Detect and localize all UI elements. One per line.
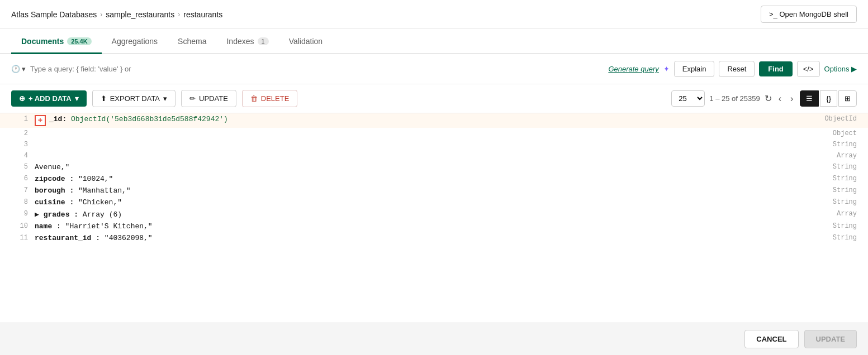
doc-row-10: 10 name : "Harriet'S Kitchen," String [0, 220, 868, 232]
doc-type-2: Object [833, 129, 857, 137]
doc-type-7: String [833, 186, 857, 194]
doc-type-10: String [833, 222, 857, 230]
line-num-7: 7 [11, 186, 28, 194]
json-view-button[interactable]: {} [820, 90, 837, 107]
line-num-2: 2 [11, 129, 28, 137]
explain-button[interactable]: Explain [674, 61, 715, 77]
export-data-label: EXPORT DATA [110, 94, 160, 103]
doc-row-7-content: borough : "Manhattan," [35, 186, 857, 195]
delete-button[interactable]: 🗑 DELETE [242, 90, 298, 107]
doc-value-5: Avenue," [35, 163, 69, 171]
generate-query-link[interactable]: Generate query [608, 65, 658, 73]
doc-row-8: 8 cuisine : "Chicken," String [0, 196, 868, 208]
breadcrumb-part2[interactable]: sample_restaurants [106, 10, 174, 19]
doc-row-6-content: zipcode : "10024," [35, 175, 857, 183]
doc-row-9-content: ▶ grades : Array (6) [35, 210, 857, 219]
tab-aggregations[interactable]: Aggregations [102, 29, 168, 54]
doc-value-zipcode: "10024," [78, 175, 113, 183]
doc-row-6: 6 zipcode : "10024," String [0, 173, 868, 185]
add-data-chevron: ▾ [75, 94, 79, 103]
doc-row-8-content: cuisine : "Chicken," [35, 198, 857, 207]
tab-indexes-label: Indexes [226, 37, 254, 46]
page-info: 1 – 25 of 25359 [709, 94, 760, 103]
doc-type-8: String [833, 198, 857, 206]
line-num-10: 10 [11, 222, 28, 230]
breadcrumb-bar: Atlas Sample Databases › sample_restaura… [0, 0, 868, 29]
query-input[interactable] [30, 65, 604, 73]
doc-key-borough: borough : [35, 186, 78, 195]
next-page-button[interactable]: › [788, 94, 795, 104]
add-data-label: + ADD DATA [29, 94, 72, 103]
doc-expand-grades: ▶ [35, 210, 44, 219]
prev-page-button[interactable]: ‹ [776, 94, 784, 104]
page-size-select[interactable]: 25 50 100 [671, 90, 705, 107]
doc-type-5: String [833, 163, 857, 171]
reset-button[interactable]: Reset [719, 61, 755, 77]
tab-validation[interactable]: Validation [279, 29, 333, 54]
tab-indexes[interactable]: Indexes 1 [216, 29, 278, 54]
pencil-icon: ✏ [189, 94, 196, 103]
line-num-3: 3 [11, 141, 28, 148]
export-data-button[interactable]: ⬆ EXPORT DATA ▾ [92, 90, 176, 107]
doc-key-id: _id: [49, 115, 71, 123]
toolbar-right: 25 50 100 1 – 25 of 25359 ↻ ‹ › ☰ {} ⊞ [671, 90, 857, 107]
doc-key-name: name : [35, 222, 65, 231]
export-chevron: ▾ [163, 94, 167, 103]
doc-row-11: 11 restaurant_id : "40362098," String [0, 232, 868, 244]
refresh-icon[interactable]: ↻ [765, 93, 772, 104]
update-button[interactable]: ✏ UPDATE [181, 90, 236, 107]
open-shell-button[interactable]: >_ Open MongoDB shell [761, 6, 857, 23]
breadcrumb-part3[interactable]: restaurants [183, 10, 222, 19]
doc-key-zipcode: zipcode : [35, 175, 78, 183]
line-num-5: 5 [11, 163, 28, 171]
line-num-8: 8 [11, 198, 28, 206]
doc-row-9: 9 ▶ grades : Array (6) Array [0, 208, 868, 220]
tab-validation-label: Validation [289, 37, 322, 46]
doc-key-cuisine: cuisine : [35, 198, 78, 207]
line-num-11: 11 [11, 234, 28, 242]
tab-schema[interactable]: Schema [168, 29, 216, 54]
breadcrumb-sep1: › [100, 11, 102, 18]
document-area: 1 + _id: ObjectId('5eb3d668b31de5d588f42… [0, 113, 868, 281]
query-history-chevron: ▾ [22, 65, 26, 73]
doc-type-9: Array [837, 210, 857, 218]
tab-documents[interactable]: Documents 25.4K [11, 29, 102, 54]
query-history-button[interactable]: 🕐 ▾ [11, 65, 26, 73]
line-num-4: 4 [11, 152, 28, 160]
doc-value-name: "Harriet'S Kitchen," [65, 222, 153, 231]
doc-type-4: Array [837, 152, 857, 160]
doc-value-borough: "Manhattan," [78, 186, 131, 195]
tab-schema-label: Schema [178, 37, 206, 46]
line-num-1: 1 [11, 115, 28, 123]
doc-row-11-content: restaurant_id : "40362098," [35, 234, 857, 242]
tab-aggregations-label: Aggregations [112, 37, 158, 46]
options-button[interactable]: Options ▶ [824, 65, 857, 73]
doc-key-grades: grades : [44, 210, 83, 219]
query-code-button[interactable]: </> [797, 61, 820, 77]
view-toggle: ☰ {} ⊞ [800, 90, 857, 107]
find-button[interactable]: Find [759, 61, 792, 76]
query-actions: Explain Reset Find </> Options ▶ [674, 61, 857, 77]
add-data-button[interactable]: ⊕ + ADD DATA ▾ [11, 90, 87, 107]
doc-type-11: String [833, 234, 857, 242]
doc-type-6: String [833, 175, 857, 183]
tab-indexes-badge: 1 [258, 37, 269, 45]
doc-row-2: 2 Object [0, 128, 868, 139]
expand-button[interactable]: + [35, 115, 46, 126]
list-view-button[interactable]: ☰ [800, 90, 819, 107]
breadcrumb-part1[interactable]: Atlas Sample Databases [11, 10, 97, 19]
plus-circle-icon: ⊕ [19, 94, 25, 103]
toolbar-left: ⊕ + ADD DATA ▾ ⬆ EXPORT DATA ▾ ✏ UPDATE … [11, 90, 297, 107]
doc-row-5-content: Avenue," [35, 163, 857, 171]
table-view-button[interactable]: ⊞ [838, 90, 857, 107]
doc-value-cuisine: "Chicken," [78, 198, 122, 207]
doc-row-5: 5 Avenue," String [0, 161, 868, 173]
tabs-bar: Documents 25.4K Aggregations Schema Inde… [0, 29, 868, 54]
tab-documents-badge: 25.4K [67, 37, 91, 45]
doc-value-grades: Array (6) [83, 210, 122, 219]
tab-documents-label: Documents [21, 37, 64, 46]
doc-row-1-content: _id: ObjectId('5eb3d668b31de5d588f42942'… [49, 115, 857, 123]
ai-sparkle-icon: ✦ [663, 65, 670, 73]
delete-label: DELETE [261, 94, 290, 103]
breadcrumb: Atlas Sample Databases › sample_restaura… [11, 10, 222, 19]
